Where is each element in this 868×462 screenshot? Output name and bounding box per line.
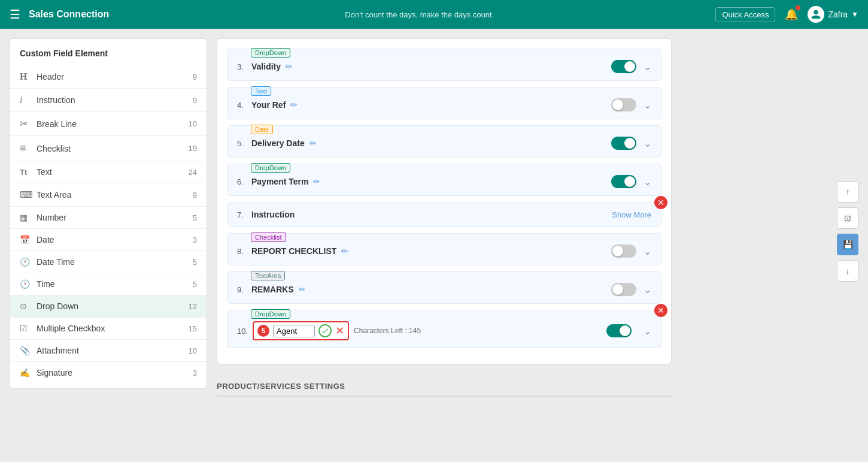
field-item-attachment[interactable]: 📎 Attachment 10 (10, 340, 207, 362)
field-name-validity: Validity (251, 62, 281, 71)
edit-remarks-icon[interactable]: ✏ (299, 285, 306, 294)
toggle-paymentterm[interactable] (611, 175, 636, 188)
field-count-time: 5 (193, 280, 197, 289)
chevron-agent-icon[interactable]: ⌄ (644, 325, 651, 337)
field-label-text: Text (37, 167, 189, 177)
field-item-checklist[interactable]: ≡ Checklist 19 (10, 136, 207, 161)
nav-right: Quick Access 🔔 Zafra ▼ (715, 6, 858, 23)
chevron-paymentterm-icon[interactable]: ⌄ (644, 176, 651, 188)
toggle-remarks[interactable] (611, 283, 636, 296)
field-item-text[interactable]: Tt Text 24 (10, 161, 207, 183)
edit-reportchecklist-icon[interactable]: ✏ (341, 246, 348, 256)
save-button[interactable]: 💾 (837, 234, 858, 255)
left-panel-title: Custom Field Element (10, 39, 207, 65)
field-label-breakline: Break Line (37, 119, 189, 129)
number-icon: ▦ (20, 213, 37, 222)
field-item-breakline[interactable]: ✂ Break Line 10 (10, 112, 207, 136)
delete-row10-icon[interactable]: ✕ (654, 304, 667, 317)
field-label-checklist: Checklist (37, 144, 189, 153)
field-item-textarea[interactable]: ⌨ Text Area 9 (10, 183, 207, 207)
attachment-icon: 📎 (20, 346, 37, 355)
field-item-dropdown[interactable]: ⊙ Drop Down 12 (10, 295, 207, 318)
product-section-divider (217, 395, 672, 397)
field-item-signature[interactable]: ✍ Signature 3 (10, 362, 207, 384)
type-badge-3: DropDown (251, 48, 290, 58)
type-badge-5: Date (251, 125, 273, 134)
field-count-datetime: 5 (193, 258, 197, 267)
edit-yourref-icon[interactable]: ✏ (290, 100, 298, 110)
field-item-instruction[interactable]: i Instruction 9 (10, 89, 207, 112)
edit-paymentterm-icon[interactable]: ✏ (313, 177, 320, 186)
user-avatar (808, 6, 824, 23)
field-label-dropdown: Drop Down (37, 301, 189, 311)
field-label-textarea: Text Area (37, 190, 193, 200)
user-menu[interactable]: Zafra ▼ (808, 6, 858, 23)
scroll-down-button[interactable]: ↓ (837, 260, 858, 282)
row-number-3: 3. (237, 62, 251, 71)
type-badge-8: Checklist (251, 232, 286, 242)
field-count-attachment: 10 (189, 346, 197, 355)
field-item-date[interactable]: 📅 Date 3 (10, 229, 207, 251)
field-count-date: 3 (193, 235, 197, 244)
edit-number-badge: 5 (257, 325, 269, 337)
field-name-remarks: REMARKS (251, 285, 294, 294)
field-item-time[interactable]: 🕐 Time 5 (10, 273, 207, 295)
chevron-remarks-icon[interactable]: ⌄ (644, 284, 651, 295)
field-item-header[interactable]: H Header 9 (10, 65, 207, 89)
cancel-edit-icon[interactable]: ✕ (335, 324, 344, 337)
confirm-edit-icon[interactable] (318, 324, 332, 337)
toggle-reportchecklist[interactable] (611, 244, 636, 258)
tagline: Don't count the days, make the days coun… (123, 10, 715, 19)
edit-deliverydate-icon[interactable]: ✏ (309, 138, 317, 148)
field-name-reportchecklist: REPORT CHECKLIST (251, 246, 336, 256)
delete-row7-icon[interactable]: ✕ (654, 196, 667, 209)
monitor-button[interactable]: ⊡ (837, 207, 858, 229)
chars-left-label: Characters Left : 145 (354, 327, 421, 335)
right-panel: DropDown 3. Validity ✏ ⌄ (217, 38, 672, 452)
field-label-datetime: Date Time (37, 257, 193, 267)
menu-icon[interactable]: ☰ (10, 7, 20, 22)
field-count-number: 5 (193, 213, 197, 222)
product-section-title: PRODUCT/SERVICES SETTINGS (217, 382, 345, 391)
time-icon: 🕐 (20, 279, 37, 289)
chevron-deliverydate-icon[interactable]: ⌄ (644, 138, 651, 149)
chevron-yourref-icon[interactable]: ⌄ (644, 99, 651, 111)
field-label-signature: Signature (37, 368, 193, 378)
chevron-reportchecklist-icon[interactable]: ⌄ (644, 246, 651, 257)
toggle-deliverydate[interactable] (611, 137, 636, 150)
field-name-input-agent[interactable] (273, 325, 315, 337)
scroll-up-button[interactable]: ↑ (837, 181, 858, 203)
type-badge-9: TextArea (251, 271, 285, 280)
field-label-time: Time (37, 279, 193, 289)
field-row-3: DropDown 3. Validity ✏ ⌄ (227, 49, 661, 81)
show-more-button[interactable]: Show More (612, 210, 651, 219)
chevron-validity-icon[interactable]: ⌄ (644, 61, 651, 73)
field-item-datetime[interactable]: 🕐 Date Time 5 (10, 251, 207, 273)
field-name-paymentterm: Payment Term (251, 177, 308, 186)
field-name-deliverydate: Delivery Date (251, 138, 305, 148)
field-label-checkbox: Multiple Checkbox (37, 324, 189, 333)
field-name-instruction: Instruction (251, 210, 295, 219)
instruction-icon: i (20, 95, 37, 105)
field-count-text: 24 (189, 168, 197, 177)
type-badge-4: Text (251, 86, 271, 96)
product-section: PRODUCT/SERVICES SETTINGS (217, 374, 672, 404)
toggle-agent[interactable] (606, 324, 632, 337)
row-number-4: 4. (237, 101, 251, 110)
breakline-icon: ✂ (20, 118, 37, 129)
field-item-number[interactable]: ▦ Number 5 (10, 207, 207, 229)
field-label-header: Header (37, 72, 193, 81)
toggle-yourref[interactable] (611, 98, 636, 111)
toggle-validity[interactable] (611, 60, 636, 73)
brand-name: Sales Connection (29, 9, 109, 20)
field-item-checkbox[interactable]: ☑ Multiple Checkbox 15 (10, 318, 207, 340)
person-icon (811, 9, 821, 20)
save-icon: 💾 (843, 240, 853, 249)
edit-state-container: 5 ✕ (253, 321, 349, 340)
field-count-textarea: 9 (193, 191, 197, 200)
field-count-header: 9 (193, 73, 197, 81)
quick-access-button[interactable]: Quick Access (715, 7, 775, 22)
notification-bell-icon[interactable]: 🔔 (785, 8, 798, 21)
edit-validity-icon[interactable]: ✏ (286, 62, 293, 71)
user-name: Zafra (828, 10, 848, 19)
